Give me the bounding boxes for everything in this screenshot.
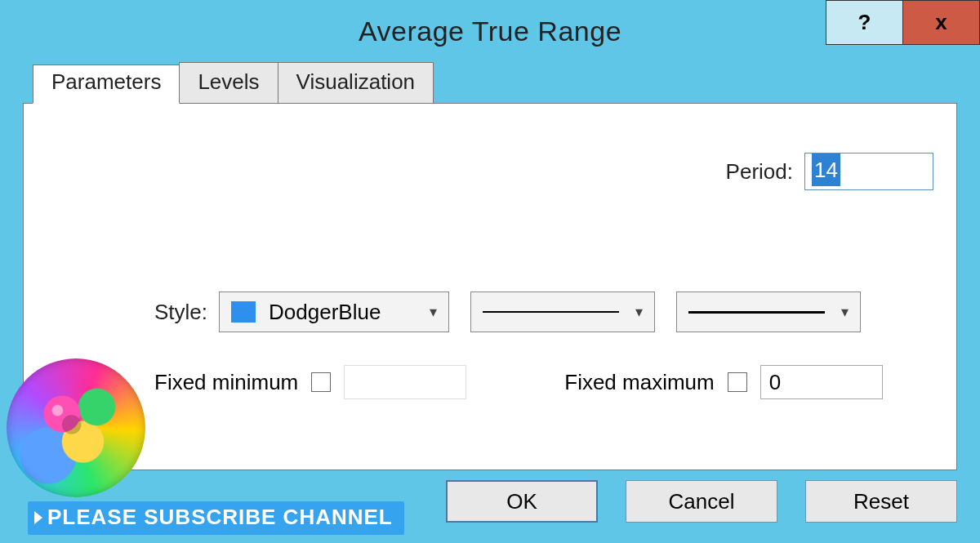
- play-icon: [34, 511, 42, 524]
- channel-avatar: [7, 358, 145, 497]
- color-dropdown[interactable]: DodgerBlue ▾: [219, 292, 449, 332]
- window-controls: ? x: [826, 0, 980, 45]
- window-title: Average True Range: [359, 16, 621, 47]
- fixed-max-checkbox[interactable]: [728, 372, 747, 392]
- help-button[interactable]: ?: [826, 0, 903, 44]
- fixed-max-label: Fixed maximum: [564, 370, 714, 395]
- color-name: DodgerBlue: [269, 300, 420, 325]
- period-input[interactable]: 14: [804, 153, 933, 190]
- close-button[interactable]: x: [903, 0, 980, 44]
- chevron-down-icon: ▾: [430, 303, 437, 321]
- fixed-min-checkbox[interactable]: [311, 372, 331, 392]
- period-row: Period: 14: [726, 153, 933, 190]
- parameters-panel: Period: 14 Style: DodgerBlue ▾ ▾ ▾: [23, 103, 957, 470]
- cancel-button[interactable]: Cancel: [626, 480, 777, 523]
- line-width-dropdown[interactable]: ▾: [676, 292, 861, 332]
- style-label: Style:: [154, 300, 207, 325]
- fixed-max-block: Fixed maximum: [564, 365, 882, 399]
- main-area: Parameters Levels Visualization Period: …: [23, 62, 957, 523]
- tab-strip: Parameters Levels Visualization: [33, 62, 957, 103]
- ok-button[interactable]: OK: [446, 480, 598, 523]
- tab-parameters[interactable]: Parameters: [33, 65, 180, 104]
- line-width-sample: [688, 311, 825, 314]
- line-style-dropdown[interactable]: ▾: [470, 292, 655, 332]
- chevron-down-icon: ▾: [635, 303, 643, 321]
- reset-button[interactable]: Reset: [805, 480, 957, 523]
- subscribe-text: PLEASE SUBSCRIBE CHANNEL: [47, 505, 393, 530]
- tab-visualization[interactable]: Visualization: [278, 62, 434, 103]
- fixed-min-input[interactable]: [344, 365, 466, 399]
- tab-levels[interactable]: Levels: [179, 62, 278, 103]
- fixed-min-block: Fixed minimum: [154, 365, 466, 399]
- hashtags-overlay: #EA #ARBITRAGE #STOCK: [127, 423, 377, 444]
- fixed-row: Fixed minimum Fixed maximum: [154, 365, 933, 399]
- style-row: Style: DodgerBlue ▾ ▾ ▾: [154, 292, 861, 332]
- fixed-max-input[interactable]: [760, 365, 883, 399]
- line-style-sample: [483, 311, 619, 313]
- titlebar: Average True Range ? x: [0, 0, 980, 62]
- chevron-down-icon: ▾: [841, 303, 849, 321]
- subscribe-banner: PLEASE SUBSCRIBE CHANNEL: [28, 501, 404, 535]
- period-label: Period:: [726, 159, 793, 185]
- fixed-min-label: Fixed minimum: [154, 370, 298, 395]
- color-swatch: [231, 301, 256, 323]
